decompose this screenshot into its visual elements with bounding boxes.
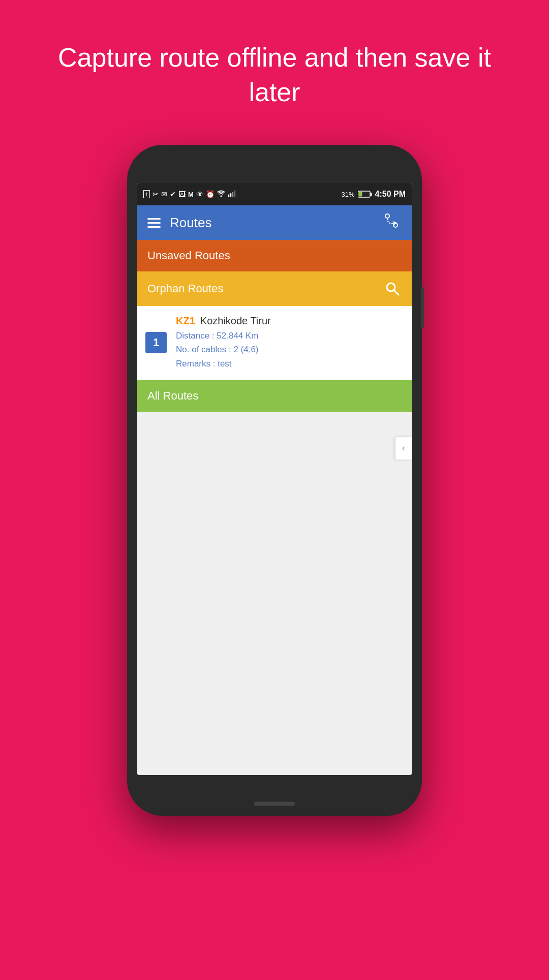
route-meta: Distance : 52.844 Km No. of cables : 2 (… [176, 329, 404, 371]
status-icon-check: ✔ [170, 190, 176, 198]
svg-rect-2 [232, 192, 233, 197]
route-number-badge: 1 [145, 332, 167, 353]
route-map-icon[interactable] [381, 211, 402, 235]
phone-side-button [421, 287, 424, 328]
route-location: Kozhikode Tirur [200, 315, 271, 327]
status-icon-add: + [143, 190, 150, 198]
phone-screen: + ✂ ✉ ✔ 🖼 M 👁 ⏰ [137, 183, 412, 775]
status-icons-left: + ✂ ✉ ✔ 🖼 M 👁 ⏰ [143, 190, 236, 199]
search-icon [385, 281, 400, 296]
svg-rect-0 [228, 194, 229, 197]
app-bar: Routes [137, 205, 412, 240]
battery-percent: 31% [342, 191, 355, 198]
status-time: 4:50 PM [375, 190, 406, 199]
status-right: 31% 4:50 PM [342, 190, 406, 199]
app-bar-left: Routes [147, 215, 211, 231]
route-remarks: Remarks : test [176, 357, 404, 371]
orphan-routes-label: Orphan Routes [147, 282, 223, 295]
svg-line-11 [394, 290, 399, 295]
unsaved-routes-label: Unsaved Routes [147, 249, 230, 262]
svg-rect-1 [230, 193, 231, 197]
hamburger-line-3 [147, 226, 161, 228]
status-icon-alarm: ⏰ [206, 190, 215, 198]
hamburger-menu-button[interactable] [147, 218, 161, 228]
app-title: Routes [170, 215, 211, 231]
hamburger-line-1 [147, 218, 161, 220]
status-icon-email: ✉ [161, 190, 167, 198]
status-icon-eye: 👁 [196, 190, 203, 198]
status-icon-signal [228, 190, 236, 199]
scroll-arrow-button[interactable]: ‹ [395, 437, 412, 460]
orphan-routes-section[interactable]: Orphan Routes [137, 271, 412, 306]
all-routes-section[interactable]: All Routes [137, 380, 412, 412]
phone-device: + ✂ ✉ ✔ 🖼 M 👁 ⏰ [127, 145, 422, 816]
svg-point-7 [385, 214, 389, 218]
svg-rect-5 [370, 193, 372, 196]
battery-icon [358, 191, 372, 198]
all-routes-label: All Routes [147, 389, 198, 402]
route-name-row: KZ1 Kozhikode Tirur [176, 315, 404, 327]
svg-rect-3 [234, 190, 235, 197]
status-bar: + ✂ ✉ ✔ 🖼 M 👁 ⏰ [137, 183, 412, 205]
empty-content-area: ‹ [137, 412, 412, 564]
route-details: KZ1 Kozhikode Tirur Distance : 52.844 Km… [176, 315, 404, 371]
hero-text: Capture route offline and then save it l… [0, 0, 549, 140]
unsaved-routes-section[interactable]: Unsaved Routes [137, 240, 412, 271]
phone-home-indicator [254, 802, 295, 806]
search-button[interactable] [383, 280, 402, 298]
route-code: KZ1 [176, 315, 195, 327]
status-icon-scissors: ✂ [152, 190, 159, 198]
status-icon-gmail: M [188, 191, 194, 198]
svg-rect-6 [358, 192, 362, 197]
hamburger-line-2 [147, 222, 161, 224]
status-icon-wifi [217, 190, 225, 199]
route-cables: No. of cables : 2 (4,6) [176, 343, 404, 356]
route-list-item[interactable]: 1 KZ1 Kozhikode Tirur Distance : 52.844 … [137, 306, 412, 380]
status-icon-image: 🖼 [178, 190, 186, 198]
route-distance: Distance : 52.844 Km [176, 329, 404, 343]
